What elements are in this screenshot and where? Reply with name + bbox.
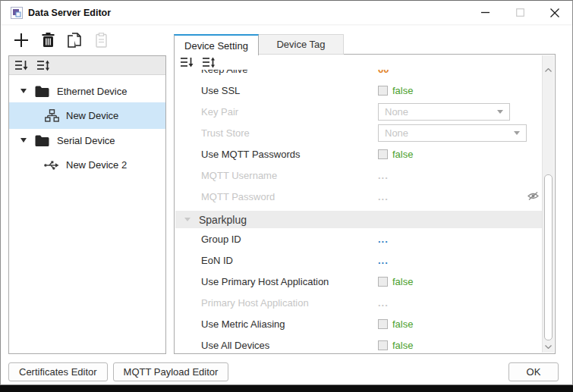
eye-off-icon bbox=[527, 191, 539, 201]
setting-row-primary-host-application: Primary Host Application ... bbox=[175, 292, 542, 313]
collapse-all-button[interactable] bbox=[15, 60, 28, 71]
tab-device-tag[interactable]: Device Tag bbox=[259, 34, 344, 55]
setting-label: Group ID bbox=[201, 234, 378, 245]
caret-down-icon[interactable] bbox=[20, 138, 27, 143]
chevron-down-icon bbox=[497, 110, 503, 114]
setting-row-mqtt-username: MQTT Username ... bbox=[175, 165, 542, 186]
trash-icon bbox=[42, 33, 55, 48]
ok-button[interactable]: OK bbox=[508, 362, 559, 381]
checkbox-icon[interactable] bbox=[378, 149, 388, 159]
tree-group-label: Serial Device bbox=[57, 135, 115, 146]
setting-row-group-id: Group ID ... bbox=[175, 228, 542, 249]
paste-icon bbox=[96, 33, 107, 48]
checkbox-icon[interactable] bbox=[378, 86, 388, 96]
collapse-all-icon bbox=[15, 60, 28, 71]
settings-scroll-viewport: Keep Alive 60 Use SSL false Key Pair Non… bbox=[175, 70, 542, 353]
setting-row-mqtt-password: MQTT Password ... bbox=[175, 186, 542, 207]
chevron-down-icon bbox=[514, 131, 520, 135]
checkbox-icon[interactable] bbox=[378, 277, 388, 287]
collapse-all-button[interactable] bbox=[181, 57, 194, 68]
checkbox-value: false bbox=[392, 149, 413, 160]
settings-panel-header bbox=[175, 55, 555, 70]
scrollbar-thumb[interactable] bbox=[544, 174, 553, 341]
checkbox-value: false bbox=[392, 318, 413, 330]
expand-all-button[interactable] bbox=[203, 57, 216, 68]
caret-down-icon[interactable] bbox=[20, 89, 27, 93]
minimize-icon bbox=[481, 8, 490, 17]
expand-all-icon bbox=[37, 60, 50, 71]
device-setting-panel: Keep Alive 60 Use SSL false Key Pair Non… bbox=[174, 54, 556, 354]
checkbox-icon[interactable] bbox=[378, 319, 388, 329]
checkbox-icon[interactable] bbox=[378, 340, 388, 350]
close-button[interactable] bbox=[537, 1, 572, 24]
setting-label: Use Primary Host Application bbox=[201, 276, 378, 287]
section-sparkplug[interactable]: Sparkplug bbox=[175, 211, 542, 228]
setting-label: Key Pair bbox=[201, 106, 378, 118]
tab-device-setting[interactable]: Device Setting bbox=[174, 34, 259, 55]
use-mqtt-passwords-checkbox[interactable]: false bbox=[378, 149, 413, 160]
tab-label: Device Setting bbox=[184, 40, 248, 52]
setting-label: Primary Host Application bbox=[201, 297, 378, 309]
setting-label: Keep Alive bbox=[201, 70, 378, 75]
setting-row-use-primary-host-application: Use Primary Host Application false bbox=[175, 271, 542, 292]
setting-row-trust-store: Trust Store None bbox=[175, 122, 542, 143]
key-pair-dropdown[interactable]: None bbox=[378, 103, 510, 121]
add-device-button[interactable] bbox=[13, 31, 30, 49]
tree-item-label: New Device 2 bbox=[66, 159, 127, 171]
checkbox-value: false bbox=[392, 340, 413, 351]
setting-label: EoN ID bbox=[201, 255, 378, 266]
network-device-icon bbox=[44, 109, 59, 122]
scroll-up-button[interactable] bbox=[543, 64, 554, 76]
editor-tabs: Device Setting Device Tag bbox=[174, 34, 344, 55]
maximize-icon bbox=[516, 8, 524, 17]
tree-group-label: Ethernet Device bbox=[57, 86, 128, 97]
section-title: Sparkplug bbox=[199, 214, 247, 226]
delete-device-button[interactable] bbox=[39, 31, 56, 49]
setting-label: Trust Store bbox=[201, 127, 378, 139]
tree-item-label: New Device bbox=[66, 110, 118, 121]
vertical-scrollbar[interactable] bbox=[542, 55, 554, 353]
tree-item-new-device[interactable]: New Device bbox=[9, 102, 165, 129]
checkbox-value: false bbox=[392, 276, 413, 287]
show-password-button[interactable] bbox=[527, 191, 539, 201]
paste-device-button[interactable] bbox=[93, 31, 109, 49]
setting-label: Use MQTT Passwords bbox=[201, 149, 378, 160]
use-primary-host-application-checkbox[interactable]: false bbox=[378, 276, 413, 287]
copy-device-button[interactable] bbox=[66, 31, 83, 49]
mqtt-username-value: ... bbox=[378, 170, 389, 181]
device-tree-panel: Ethernet Device New Device bbox=[8, 55, 166, 354]
setting-label: MQTT Username bbox=[201, 170, 378, 181]
group-id-edit[interactable]: ... bbox=[378, 234, 389, 245]
expand-all-icon bbox=[203, 57, 216, 68]
section-caret-icon[interactable] bbox=[184, 218, 190, 221]
setting-label: Use Metric Aliasing bbox=[201, 318, 378, 330]
trust-store-dropdown[interactable]: None bbox=[378, 124, 527, 142]
use-ssl-checkbox[interactable]: false bbox=[378, 85, 413, 96]
title-bar: Data Server Editor bbox=[1, 1, 572, 24]
tab-label: Device Tag bbox=[276, 39, 325, 50]
tree-item-new-device-2[interactable]: New Device 2 bbox=[9, 152, 165, 178]
scroll-down-button[interactable] bbox=[543, 341, 554, 353]
setting-row-eon-id: EoN ID ... bbox=[175, 249, 542, 271]
minimize-button[interactable] bbox=[468, 1, 502, 24]
certificates-editor-button[interactable]: Certificates Editor bbox=[8, 362, 108, 381]
expand-all-button[interactable] bbox=[37, 60, 50, 71]
folder-icon bbox=[34, 135, 49, 146]
use-metric-aliasing-checkbox[interactable]: false bbox=[378, 318, 413, 330]
maximize-button[interactable] bbox=[502, 1, 537, 24]
tree-group-serial-device[interactable]: Serial Device bbox=[9, 129, 165, 152]
setting-row-key-pair: Key Pair None bbox=[175, 101, 542, 122]
setting-row-use-all-devices: Use All Devices false bbox=[175, 334, 542, 353]
mqtt-payload-editor-button[interactable]: MQTT Payload Editor bbox=[113, 362, 229, 381]
use-all-devices-checkbox[interactable]: false bbox=[378, 340, 413, 351]
mqtt-password-value: ... bbox=[378, 191, 389, 202]
data-server-editor-window: Data Server Editor bbox=[0, 0, 573, 385]
tree-panel-header bbox=[9, 56, 165, 75]
collapse-all-icon bbox=[181, 57, 194, 68]
tree-group-ethernet-device[interactable]: Ethernet Device bbox=[9, 80, 165, 102]
setting-row-use-metric-aliasing: Use Metric Aliasing false bbox=[175, 313, 542, 334]
keep-alive-value[interactable]: 60 bbox=[378, 70, 389, 75]
plus-icon bbox=[14, 33, 29, 48]
eon-id-edit[interactable]: ... bbox=[378, 255, 389, 266]
close-icon bbox=[550, 8, 559, 17]
